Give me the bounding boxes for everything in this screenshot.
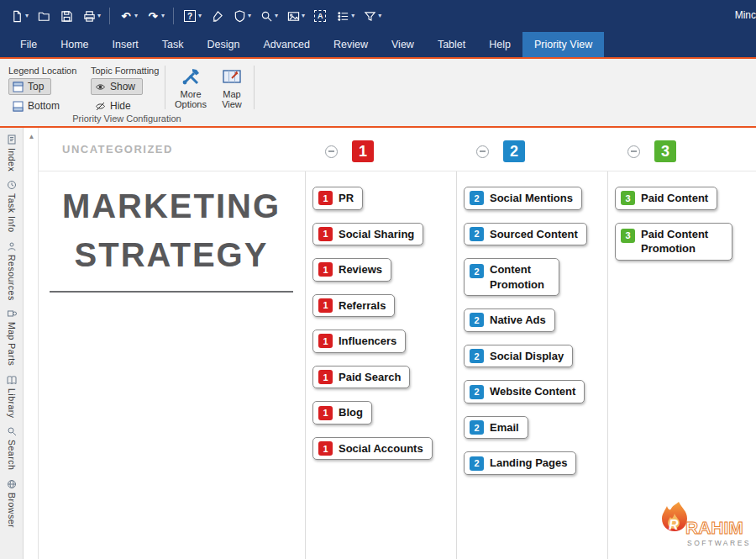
tab-priority-view[interactable]: Priority View: [522, 32, 604, 57]
topic-item[interactable]: 1Reviews: [312, 258, 391, 282]
save-button[interactable]: [56, 7, 76, 25]
priority-2-column: 2Social Mentions 2Sourced Content 2Conte…: [464, 187, 587, 475]
topic-formatting-label: Topic Formatting: [91, 66, 159, 76]
column-divider: [456, 171, 457, 559]
tab-insert[interactable]: Insert: [101, 32, 150, 57]
zoom-button[interactable]: [256, 7, 281, 25]
topic-item[interactable]: 1Blog: [312, 401, 372, 425]
topic-item[interactable]: 2Social Display: [464, 345, 573, 368]
undo-button[interactable]: ↶: [116, 7, 140, 25]
format-painter-button[interactable]: [207, 7, 227, 25]
tab-file[interactable]: File: [8, 32, 49, 57]
topic-item[interactable]: 2Sourced Content: [464, 223, 587, 246]
tab-home[interactable]: Home: [49, 32, 100, 57]
topic-item[interactable]: 2Landing Pages: [464, 451, 576, 475]
collapse-column-2-button[interactable]: [476, 145, 489, 158]
new-document-button[interactable]: [7, 7, 31, 25]
topic-item[interactable]: 1Social Sharing: [312, 223, 423, 246]
sidebar-item-resources[interactable]: Resources: [7, 241, 17, 301]
topic-item[interactable]: 2Email: [464, 416, 528, 440]
topic-label: Social Accounts: [339, 441, 423, 456]
outline-button[interactable]: [333, 7, 357, 25]
help-button[interactable]: ?: [180, 7, 204, 25]
topic-label: Website Content: [490, 384, 575, 399]
collapse-column-1-button[interactable]: [325, 145, 338, 158]
tab-task[interactable]: Task: [150, 32, 196, 57]
formatting-show-button[interactable]: Show: [91, 78, 143, 95]
sidebar-item-index[interactable]: Index: [7, 134, 17, 171]
priority-badge: 2: [470, 191, 484, 205]
sidebar-item-map-parts[interactable]: Map Parts: [7, 309, 17, 366]
priority-badge: 1: [318, 441, 333, 456]
ribbon-tab-bar: File Home Insert Task Design Advanced Re…: [0, 32, 756, 57]
central-topic[interactable]: MARKETING STRATEGY: [50, 182, 293, 293]
select-text-button[interactable]: A: [310, 7, 330, 25]
topic-item[interactable]: 1Influencers: [312, 330, 406, 353]
topic-item[interactable]: 1Social Accounts: [312, 437, 433, 461]
new-document-icon: [9, 8, 24, 24]
legend-top-label: Top: [28, 81, 44, 92]
sidebar-item-task-info[interactable]: Task Info: [7, 180, 17, 233]
dropdown-caret-icon: [198, 13, 202, 19]
legend-top-button[interactable]: Top: [8, 78, 51, 95]
topic-item[interactable]: 2Content Promotion: [464, 258, 559, 296]
topic-item[interactable]: 1Referrals: [312, 294, 395, 318]
dropdown-caret-icon: [161, 13, 165, 19]
tab-review[interactable]: Review: [322, 32, 380, 57]
topic-item[interactable]: 3Paid Content: [615, 187, 717, 210]
map-view-label: Map View: [213, 89, 251, 109]
dropdown-caret-icon: [275, 13, 278, 19]
topic-item[interactable]: 3Paid Content Promotion: [615, 223, 732, 261]
priority-badge: 2: [470, 313, 484, 327]
vertical-scrollbar[interactable]: ▲: [24, 128, 39, 559]
tab-help[interactable]: Help: [477, 32, 522, 57]
dropdown-caret-icon: [302, 13, 305, 19]
topic-label: Paid Search: [339, 370, 401, 385]
redo-icon: ↷: [145, 8, 160, 24]
topic-label: Referrals: [339, 298, 386, 314]
redo-button[interactable]: ↷: [143, 7, 167, 25]
tab-view[interactable]: View: [380, 32, 426, 57]
scroll-up-arrow[interactable]: ▲: [24, 133, 39, 140]
priority-2-badge: 2: [503, 140, 525, 162]
topic-item[interactable]: 1Paid Search: [312, 366, 410, 389]
topic-label: Native Ads: [490, 313, 546, 328]
tab-tablet[interactable]: Tablet: [426, 32, 477, 57]
index-icon: [7, 134, 17, 145]
help-icon: ?: [182, 8, 197, 24]
image-icon: [286, 8, 301, 24]
tab-design[interactable]: Design: [195, 32, 251, 57]
topic-item[interactable]: 2Social Mentions: [464, 187, 582, 210]
formatting-hide-label: Hide: [110, 100, 131, 112]
topic-item[interactable]: 1PR: [312, 187, 363, 210]
ribbon-separator: [254, 66, 255, 109]
topic-label: Email: [490, 420, 519, 435]
legend-location-group: Legend Location Top Bottom: [8, 66, 76, 114]
legend-bottom-button[interactable]: Bottom: [8, 98, 67, 114]
open-button[interactable]: [34, 7, 54, 25]
image-button[interactable]: [283, 7, 307, 25]
protect-button[interactable]: [229, 7, 254, 25]
more-options-button[interactable]: More Options: [171, 64, 211, 112]
watermark-subtext: SOFTWARES: [687, 539, 751, 547]
watermark-text: RAHIM: [685, 518, 743, 537]
topic-label: Paid Content Promotion: [641, 227, 723, 256]
topic-item[interactable]: 2Native Ads: [464, 309, 555, 332]
formatting-hide-button[interactable]: Hide: [91, 98, 139, 114]
topic-item[interactable]: 2Website Content: [464, 380, 585, 403]
priority-badge: 3: [621, 229, 635, 243]
browser-icon: [7, 479, 17, 489]
sidebar-item-search[interactable]: Search: [7, 426, 17, 470]
filter-button[interactable]: [360, 7, 384, 25]
tab-advanced[interactable]: Advanced: [251, 32, 322, 57]
priority-badge: 1: [318, 227, 333, 241]
print-export-button[interactable]: [79, 7, 103, 25]
toolbar-separator: [173, 8, 174, 24]
topic-label: Sourced Content: [490, 227, 578, 242]
collapse-column-3-button[interactable]: [627, 145, 640, 158]
priority-badge: 1: [318, 191, 333, 205]
window-title-text: Minc: [735, 9, 756, 21]
map-view-button[interactable]: Map View: [212, 64, 252, 112]
sidebar-item-browser[interactable]: Browser: [7, 479, 17, 528]
sidebar-item-library[interactable]: Library: [7, 375, 17, 419]
